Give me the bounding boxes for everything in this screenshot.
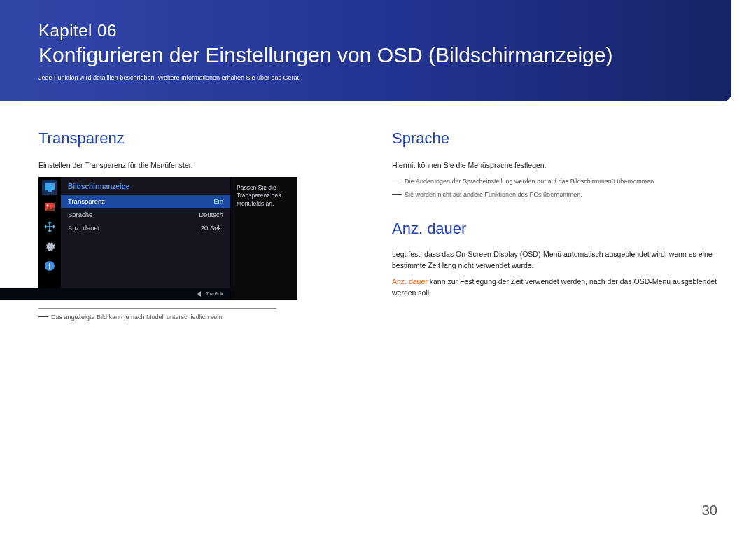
page-number: 30 (702, 503, 718, 519)
osd-row-label: Sprache (68, 211, 92, 218)
osd-help-panel: Passen Sie die Transparenz des Menüfelds… (230, 177, 298, 300)
transparenz-description: Einstellen der Transparenz für die Menüf… (38, 160, 364, 171)
move-icon (42, 219, 57, 234)
chapter-header: Kapitel 06 Konfigurieren der Einstellung… (0, 0, 732, 101)
page-subtitle: Jede Funktion wird detailliert beschrieb… (38, 74, 693, 81)
footnote-separator (38, 308, 276, 309)
osd-row-value: Deutsch (199, 211, 223, 218)
monitor-icon (42, 180, 57, 195)
right-column: Sprache Hiermit können Sie die Menüsprac… (392, 129, 718, 322)
section-heading-transparenz: Transparenz (38, 129, 364, 148)
footnote-text: Das angezeigte Bild kann je nach Modell … (51, 313, 224, 323)
note-text: Sie werden nicht auf andere Funktionen d… (405, 190, 582, 200)
osd-menu-title: Bildschirmanzeige (61, 177, 230, 195)
left-column: Transparenz Einstellen der Transparenz f… (38, 129, 364, 322)
osd-row-label: Anz. dauer (68, 224, 100, 232)
osd-row-label: Transparenz (68, 197, 105, 205)
chapter-number: 06 (97, 21, 117, 40)
picture-icon (42, 199, 57, 215)
osd-row-transparenz[interactable]: Transparenz Ein (61, 195, 230, 208)
osd-sidebar (38, 177, 61, 300)
svg-rect-0 (45, 183, 55, 190)
osd-menu-panel: Bildschirmanzeige Transparenz Ein Sprach… (61, 177, 230, 300)
gear-icon (42, 239, 57, 254)
osd-screenshot: Bildschirmanzeige Transparenz Ein Sprach… (38, 177, 298, 300)
section-heading-anzdauer: Anz. dauer (392, 220, 718, 238)
svg-point-3 (47, 204, 49, 206)
page-title: Konfigurieren der Einstellungen von OSD … (38, 43, 693, 67)
section-heading-sprache: Sprache (392, 129, 718, 148)
anzdauer-rest: kann zur Festlegung der Zeit verwendet w… (392, 277, 717, 297)
osd-row-sprache[interactable]: Sprache Deutsch (61, 208, 230, 221)
osd-footer: Zurück (0, 288, 230, 300)
osd-main: Bildschirmanzeige Transparenz Ein Sprach… (61, 177, 298, 300)
sprache-description: Hiermit können Sie die Menüsprache festl… (392, 160, 718, 171)
note-text: Die Änderungen der Spracheinstellung wer… (405, 177, 656, 187)
osd-row-anzdauer[interactable]: Anz. dauer 20 Sek. (61, 221, 230, 234)
anzdauer-description: Legt fest, dass das On-Screen-Display (O… (392, 249, 718, 272)
chapter-label-line: Kapitel 06 (38, 21, 693, 41)
anzdauer-highlight-line: Anz. dauer kann zur Festlegung der Zeit … (392, 276, 718, 299)
sprache-note-2: Sie werden nicht auf andere Funktionen d… (392, 190, 718, 200)
osd-row-value: 20 Sek. (201, 224, 223, 232)
svg-rect-6 (49, 263, 50, 265)
osd-back-label[interactable]: Zurück (206, 290, 223, 297)
chapter-label: Kapitel (38, 21, 92, 40)
manual-page: Kapitel 06 Konfigurieren der Einstellung… (0, 0, 756, 534)
anzdauer-term: Anz. dauer (392, 277, 428, 286)
footnote-transparenz: Das angezeigte Bild kann je nach Modell … (38, 313, 364, 323)
svg-rect-5 (49, 265, 50, 269)
svg-rect-1 (48, 190, 52, 192)
dash-icon (392, 194, 402, 195)
info-icon (42, 258, 57, 274)
dash-icon (38, 316, 48, 317)
content-body: Transparenz Einstellen der Transparenz f… (0, 101, 756, 322)
osd-row-value: Ein (214, 197, 223, 205)
dash-icon (392, 181, 402, 181)
sprache-note-1: Die Änderungen der Spracheinstellung wer… (392, 177, 718, 187)
back-arrow-icon (197, 291, 201, 297)
